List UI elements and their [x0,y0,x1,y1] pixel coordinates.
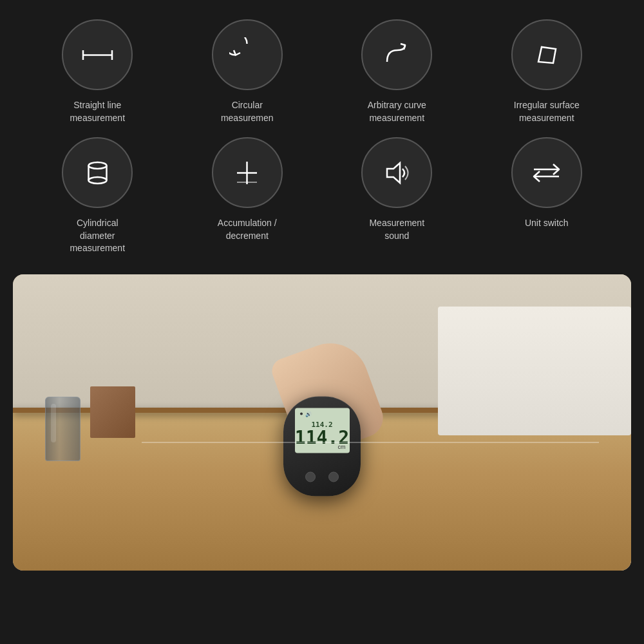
svg-point-7 [88,177,106,184]
device-container: 🔊 114.2 114.2 cm [283,396,361,496]
unit-switch-icon-circle [511,137,582,208]
cylindrical-icon-circle [62,137,133,208]
sound-icon-circle [361,137,432,208]
white-surface [438,307,631,435]
screen-top-row: 🔊 [300,411,312,417]
screen-indicator-dot [300,413,303,415]
svg-marker-11 [387,163,400,183]
measuring-device: 🔊 114.2 114.2 cm [283,396,361,496]
circular-icon-circle [212,19,283,90]
cylindrical-label: Cylindrical diameter measurement [70,217,125,255]
irregular-surface-label: Irregular surface measurement [514,99,580,124]
feature-circular: Circular measuremen [176,19,319,124]
accumulation-label: Accumulation / decrement [218,217,277,242]
circular-label: Circular measuremen [221,99,274,124]
feature-unit-switch: Unit switch [475,137,619,255]
feature-sound: Measurement sound [325,137,469,255]
device-button-left [305,471,316,482]
measurement-line [142,442,599,443]
feature-irregular-surface: Irregular surface measurement [475,19,619,124]
accumulation-icon [229,155,265,191]
svg-marker-3 [538,47,556,63]
sound-label: Measurement sound [369,217,424,242]
unit-switch-icon [529,155,564,191]
arbitrary-curve-icon-circle [361,19,432,90]
straight-line-icon [80,37,115,73]
screen-sound-icon: 🔊 [305,411,312,417]
device-screen: 🔊 114.2 114.2 cm [295,408,350,453]
svg-point-4 [88,162,106,169]
arbitrary-curve-icon [379,37,415,73]
brown-box [90,386,135,438]
photo-scene: 🔊 114.2 114.2 cm [13,274,631,571]
feature-straight-line: Straight line measurement [26,19,169,124]
feature-cylindrical: Cylindrical diameter measurement [26,137,169,255]
product-photo: 🔊 114.2 114.2 cm [13,274,631,571]
straight-line-icon-circle [62,19,133,90]
cylindrical-icon [80,155,115,191]
features-grid: Straight line measurement Circular measu… [0,0,644,268]
arbitrary-curve-label: Arbitrary curve measurement [368,99,426,124]
sound-icon [379,155,415,191]
device-button-right [328,471,339,482]
circular-icon [229,37,265,73]
screen-unit: cm [338,443,346,450]
glass-body [45,397,80,461]
unit-switch-label: Unit switch [525,217,569,230]
glass-vase [45,397,80,461]
irregular-surface-icon [529,37,564,73]
feature-accumulation: Accumulation / decrement [176,137,319,255]
feature-arbitrary-curve: Arbitrary curve measurement [325,19,469,124]
straight-line-label: Straight line measurement [70,99,125,124]
irregular-surface-icon-circle [511,19,582,90]
device-button-row [305,471,339,482]
accumulation-icon-circle [212,137,283,208]
